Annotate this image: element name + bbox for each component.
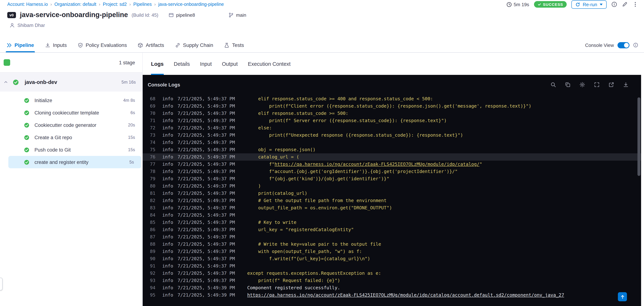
step-duration: 6s bbox=[130, 110, 135, 115]
log-message: obj = response.json() bbox=[247, 146, 316, 153]
tab-policy-evaluations[interactable]: Policy Evaluations bbox=[78, 38, 127, 52]
detail-tab-input[interactable]: Input bbox=[200, 53, 212, 75]
download-button[interactable] bbox=[623, 82, 629, 88]
tab-pipeline[interactable]: Pipeline bbox=[6, 38, 34, 52]
log-line-number: 76 bbox=[144, 153, 155, 161]
check-circle-icon bbox=[24, 147, 30, 152]
console-view-info-icon[interactable] bbox=[633, 43, 638, 48]
execution-info-button[interactable] bbox=[611, 2, 617, 7]
log-line-89: 89info7/21/2025, 5:49:37 PM with open(ou… bbox=[143, 248, 641, 255]
log-timestamp: 7/21/2025, 5:49:39 PM bbox=[178, 284, 242, 291]
log-line-number: 88 bbox=[144, 241, 155, 248]
info-icon bbox=[633, 43, 638, 48]
log-text: Component registered successfully. bbox=[247, 285, 340, 290]
breadcrumb-link[interactable]: Organization: default bbox=[54, 2, 96, 7]
log-message: # Write the key=value pair to the output… bbox=[247, 241, 381, 248]
breadcrumb-link[interactable]: Account: Harness.io bbox=[7, 2, 48, 7]
log-line-85: 85info7/21/2025, 5:49:37 PM # Key to wri… bbox=[143, 219, 641, 226]
log-message: # Key to write bbox=[247, 219, 296, 226]
log-level: info bbox=[162, 175, 175, 182]
tab-tests[interactable]: Tests bbox=[224, 38, 244, 52]
log-line-82: 82info7/21/2025, 5:49:37 PM # Get the ou… bbox=[143, 197, 641, 204]
rerun-button[interactable]: Re-run bbox=[572, 0, 607, 9]
log-message: ) bbox=[247, 182, 261, 190]
log-level: info bbox=[162, 117, 175, 124]
log-level: info bbox=[162, 182, 175, 190]
log-level: info bbox=[162, 190, 175, 197]
step-create-a-git-repo[interactable]: Create a Git repo15s bbox=[0, 131, 142, 144]
log-timestamp: 7/21/2025, 5:49:37 PM bbox=[178, 262, 242, 270]
step-initialize[interactable]: Initialize4m 8s bbox=[0, 94, 142, 107]
step-duration: 4m 8s bbox=[123, 98, 135, 103]
step-cloning-cookiecutter-template[interactable]: Cloning cookiecutter template6s bbox=[0, 107, 142, 119]
breadcrumb-link[interactable]: java-service-onboarding-pipeline bbox=[158, 2, 224, 7]
harness-pipeline-execution-page: Account: Harness.io›Organization: defaul… bbox=[0, 0, 644, 306]
stage-row-java-onb-dev[interactable]: java-onb-dev 5m 16s bbox=[0, 73, 142, 92]
breadcrumb-link[interactable]: Pipelines bbox=[133, 2, 152, 7]
log-text: print(f" Server error ({response.status_… bbox=[269, 118, 446, 123]
log-message: with open(output_file_path, "w") as f: bbox=[247, 248, 362, 255]
log-timestamp: 7/21/2025, 5:49:39 PM bbox=[178, 291, 242, 299]
copy-button[interactable] bbox=[565, 82, 571, 88]
page-title: java-service-onboarding-pipeline bbox=[20, 11, 128, 19]
log-link[interactable]: https://qa.harness.io/ng/account/zEaak-F… bbox=[247, 292, 564, 298]
log-line-number: 95 bbox=[144, 291, 155, 299]
log-message: f.write(f"{url_key}={catalog_url}\n") bbox=[247, 255, 370, 262]
tab-inputs[interactable]: Inputs bbox=[45, 38, 66, 52]
open-in-new-button[interactable] bbox=[608, 82, 614, 88]
tab-supply-chain[interactable]: Supply Chain bbox=[175, 38, 213, 52]
breadcrumb-link[interactable]: Project: sd2 bbox=[103, 2, 127, 7]
screenshot-root: Account: Harness.io›Organization: defaul… bbox=[0, 0, 644, 306]
console-scrollbar-thumb[interactable] bbox=[638, 97, 640, 176]
artifacts-icon bbox=[138, 42, 143, 48]
log-message: elif response.status_code >= 500: bbox=[247, 110, 348, 117]
log-line-number: 83 bbox=[144, 204, 155, 211]
detail-tab-details[interactable]: Details bbox=[174, 53, 190, 75]
log-text: print(f"Unexpected response ({response.s… bbox=[269, 132, 463, 138]
pipeline-icon bbox=[6, 42, 12, 48]
branch-chip[interactable]: main bbox=[228, 12, 246, 18]
log-message: https://qa.harness.io/ng/account/zEaak-F… bbox=[247, 291, 564, 299]
log-text: catalog_url = ( bbox=[258, 154, 299, 160]
stage-duration: 5m 16s bbox=[122, 80, 136, 85]
log-level: info bbox=[162, 139, 175, 146]
step-cookiecutter-code-generator[interactable]: Cookiecutter code generator20s bbox=[0, 119, 142, 131]
check-icon bbox=[538, 3, 541, 6]
log-body: 68info7/21/2025, 5:49:37 PM elif respons… bbox=[143, 95, 641, 306]
search-icon bbox=[550, 82, 556, 88]
log-timestamp: 7/21/2025, 5:49:37 PM bbox=[178, 197, 242, 204]
settings-button[interactable] bbox=[580, 82, 585, 88]
scroll-to-top-button[interactable] bbox=[618, 292, 627, 301]
detail-tab-execution-context[interactable]: Execution Context bbox=[248, 53, 290, 75]
more-options-button[interactable] bbox=[632, 2, 638, 7]
kebab-menu-icon bbox=[632, 2, 638, 7]
step-label: Push code to Git bbox=[34, 147, 71, 152]
log-timestamp: 7/21/2025, 5:49:37 PM bbox=[178, 226, 242, 233]
nav-expand-handle[interactable] bbox=[0, 278, 2, 290]
tab-artifacts[interactable]: Artifacts bbox=[138, 38, 164, 52]
log-line-71: 71info7/21/2025, 5:49:37 PM print(f" Ser… bbox=[143, 117, 641, 124]
execution-duration: 5m 19s bbox=[506, 2, 529, 7]
log-line-number: 82 bbox=[144, 197, 155, 204]
log-level: info bbox=[162, 110, 175, 117]
log-text: print(f"Client error ({response.status_c… bbox=[269, 103, 531, 109]
duration-label: 5m 19s bbox=[514, 2, 529, 7]
log-text: else: bbox=[258, 125, 272, 130]
pipeline-tag-chip[interactable]: pipeline8 bbox=[168, 12, 195, 18]
chevron-up-icon[interactable] bbox=[4, 80, 8, 84]
fullscreen-button[interactable] bbox=[594, 82, 600, 88]
search-button[interactable] bbox=[550, 82, 556, 88]
step-push-code-to-git[interactable]: Push code to Git15s bbox=[0, 144, 142, 156]
log-level: info bbox=[162, 233, 175, 241]
step-create-and-register-entity[interactable]: create and register entity5s bbox=[8, 156, 141, 168]
log-text: except requests.exceptions.RequestExcept… bbox=[247, 270, 381, 276]
check-circle-icon bbox=[24, 110, 30, 115]
console-view-toggle[interactable] bbox=[618, 42, 630, 48]
detail-tab-logs[interactable]: Logs bbox=[151, 53, 164, 75]
tests-icon bbox=[224, 42, 230, 48]
log-line-number: 72 bbox=[144, 124, 155, 132]
log-timestamp: 7/21/2025, 5:49:37 PM bbox=[178, 117, 242, 124]
edit-pipeline-button[interactable] bbox=[622, 2, 628, 7]
detail-tab-output[interactable]: Output bbox=[222, 53, 238, 75]
log-link[interactable]: https://qa.harness.io/ng/account/zEaak-F… bbox=[275, 161, 480, 167]
